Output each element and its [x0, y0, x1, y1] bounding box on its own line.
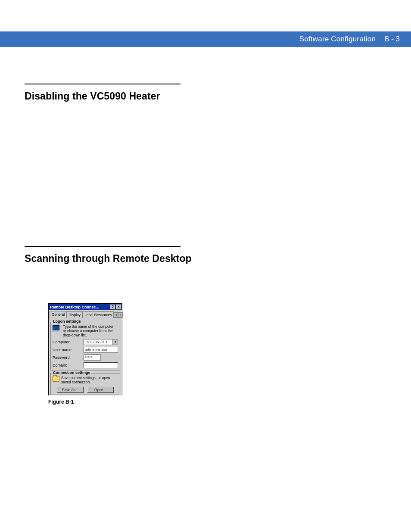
domain-input[interactable] [84, 362, 118, 368]
username-label: User name: [53, 348, 84, 352]
tab-general[interactable]: General [50, 311, 67, 318]
close-button[interactable]: × [116, 305, 121, 310]
username-input[interactable]: administrator [84, 347, 118, 353]
computer-icon [53, 325, 61, 333]
tab-scroll-left[interactable]: ◂ [113, 312, 118, 317]
dialog-titlebar[interactable]: Remote Desktop Connec... ? × [49, 304, 122, 310]
help-button[interactable]: ? [110, 305, 115, 310]
tab-panel-general: Logon settings Type the name of the comp… [49, 318, 122, 395]
connection-text: Save current settings, or open saved con… [61, 376, 118, 384]
computer-label: Computer: [53, 340, 84, 344]
dialog-title: Remote Desktop Connec... [50, 305, 110, 309]
tab-display[interactable]: Display [66, 311, 83, 318]
header-page: B - 3 [384, 35, 400, 44]
header-title: Software Configuration [299, 35, 376, 44]
section-heading-1: Disabling the VC5090 Heater [25, 90, 386, 102]
page-header: Software Configuration B - 3 [0, 31, 411, 47]
open-button[interactable]: Open... [87, 387, 114, 393]
password-input[interactable]: ***** [84, 355, 101, 361]
figure-caption: Figure B-1 [48, 399, 386, 405]
domain-label: Domain: [53, 363, 84, 367]
computer-input[interactable]: 157.235.12.1 [84, 339, 113, 345]
page-content: Disabling the VC5090 Heater Scanning thr… [25, 78, 386, 405]
logon-hint: Type the name of the computer, or choose… [63, 324, 118, 337]
section-rule [25, 246, 181, 247]
tab-strip: General Display Local Resources ◂ ▸ [49, 310, 122, 318]
computer-dropdown[interactable]: ▾ [113, 339, 118, 345]
folder-icon [53, 376, 59, 382]
figure: Remote Desktop Connec... ? × General Dis… [48, 303, 386, 405]
logon-settings-group: Logon settings Type the name of the comp… [50, 322, 120, 370]
section-heading-2: Scanning through Remote Desktop [25, 253, 386, 264]
connection-settings-group: Connection settings Save current setting… [50, 373, 120, 395]
tab-local-resources[interactable]: Local Resources [82, 311, 114, 318]
logon-legend: Logon settings [52, 319, 82, 324]
connection-legend: Connection settings [52, 370, 91, 375]
save-as-button[interactable]: Save As... [57, 387, 84, 393]
remote-desktop-dialog: Remote Desktop Connec... ? × General Dis… [48, 303, 122, 395]
tab-scroll-right[interactable]: ▸ [118, 312, 123, 317]
password-label: Password: [53, 355, 84, 360]
section-rule [25, 84, 181, 84]
